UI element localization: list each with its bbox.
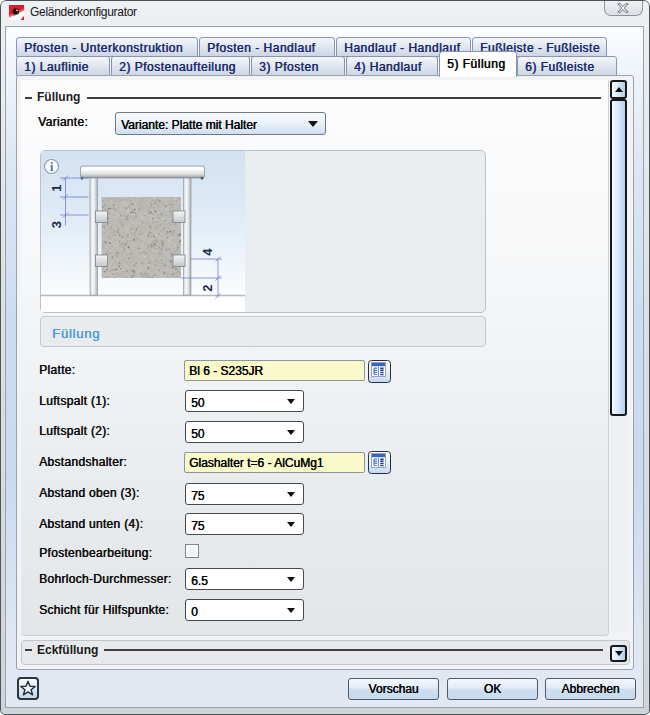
svg-text:4: 4 <box>200 248 215 256</box>
svg-text:1: 1 <box>49 184 64 191</box>
svg-text:2: 2 <box>200 284 215 291</box>
svg-text:3: 3 <box>49 221 64 228</box>
